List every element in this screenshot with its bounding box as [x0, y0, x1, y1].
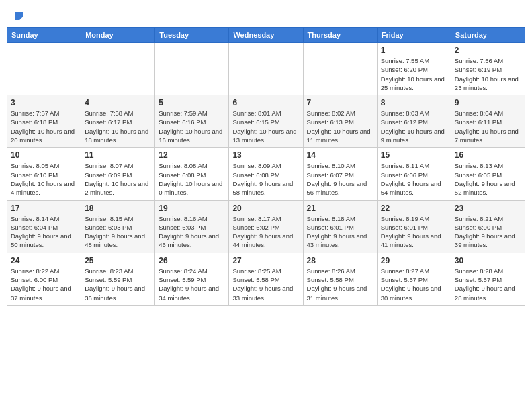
- page-header: [7, 7, 525, 23]
- day-number: 15: [381, 150, 447, 160]
- calendar-week-5: 24Sunrise: 8:22 AMSunset: 6:00 PMDayligh…: [7, 253, 525, 305]
- day-info: Sunrise: 7:55 AMSunset: 6:20 PMDaylight:…: [381, 56, 447, 92]
- day-number: 26: [159, 256, 225, 265]
- calendar-cell: 16Sunrise: 8:13 AMSunset: 6:05 PMDayligh…: [451, 148, 525, 200]
- calendar-cell: 27Sunrise: 8:25 AMSunset: 5:58 PMDayligh…: [229, 253, 303, 305]
- day-info: Sunrise: 8:17 AMSunset: 6:02 PMDaylight:…: [232, 214, 299, 250]
- calendar-cell: 13Sunrise: 8:09 AMSunset: 6:08 PMDayligh…: [229, 148, 303, 200]
- calendar-cell: [81, 43, 155, 95]
- calendar-cell: 5Sunrise: 7:59 AMSunset: 6:16 PMDaylight…: [155, 95, 229, 148]
- day-info: Sunrise: 8:11 AMSunset: 6:06 PMDaylight:…: [381, 161, 447, 197]
- day-info: Sunrise: 8:24 AMSunset: 5:59 PMDaylight:…: [159, 267, 225, 302]
- calendar-cell: [7, 43, 81, 95]
- day-number: 25: [85, 256, 151, 265]
- day-info: Sunrise: 7:59 AMSunset: 6:16 PMDaylight:…: [159, 109, 225, 144]
- day-info: Sunrise: 7:58 AMSunset: 6:17 PMDaylight:…: [85, 109, 151, 144]
- day-number: 4: [85, 98, 151, 107]
- day-number: 19: [159, 203, 225, 213]
- calendar-cell: 20Sunrise: 8:17 AMSunset: 6:02 PMDayligh…: [229, 200, 303, 253]
- day-number: 6: [232, 98, 299, 107]
- calendar-cell: 3Sunrise: 7:57 AMSunset: 6:18 PMDaylight…: [7, 95, 81, 148]
- day-number: 14: [307, 150, 373, 160]
- day-info: Sunrise: 8:05 AMSunset: 6:10 PMDaylight:…: [11, 161, 77, 197]
- calendar-week-3: 10Sunrise: 8:05 AMSunset: 6:10 PMDayligh…: [7, 148, 525, 200]
- calendar-week-2: 3Sunrise: 7:57 AMSunset: 6:18 PMDaylight…: [7, 95, 525, 148]
- day-info: Sunrise: 8:08 AMSunset: 6:08 PMDaylight:…: [159, 161, 225, 197]
- day-number: 12: [159, 150, 225, 160]
- day-header-friday: Friday: [377, 28, 451, 43]
- calendar-cell: 12Sunrise: 8:08 AMSunset: 6:08 PMDayligh…: [155, 148, 229, 200]
- day-info: Sunrise: 8:16 AMSunset: 6:03 PMDaylight:…: [159, 214, 225, 250]
- day-number: 11: [85, 150, 151, 160]
- calendar-cell: 10Sunrise: 8:05 AMSunset: 6:10 PMDayligh…: [7, 148, 81, 200]
- day-number: 29: [381, 256, 447, 265]
- day-info: Sunrise: 8:25 AMSunset: 5:58 PMDaylight:…: [232, 267, 299, 302]
- day-header-tuesday: Tuesday: [155, 28, 229, 43]
- calendar-cell: 21Sunrise: 8:18 AMSunset: 6:01 PMDayligh…: [303, 200, 377, 253]
- calendar-cell: 19Sunrise: 8:16 AMSunset: 6:03 PMDayligh…: [155, 200, 229, 253]
- calendar-table: SundayMondayTuesdayWednesdayThursdayFrid…: [7, 27, 525, 306]
- day-number: 22: [381, 203, 447, 213]
- day-number: 3: [11, 98, 77, 107]
- calendar-header-row: SundayMondayTuesdayWednesdayThursdayFrid…: [7, 28, 525, 43]
- day-info: Sunrise: 8:01 AMSunset: 6:15 PMDaylight:…: [232, 109, 299, 144]
- day-info: Sunrise: 8:26 AMSunset: 5:58 PMDaylight:…: [307, 267, 373, 302]
- day-header-sunday: Sunday: [7, 28, 81, 43]
- day-info: Sunrise: 8:22 AMSunset: 6:00 PMDaylight:…: [11, 267, 77, 302]
- calendar-cell: 1Sunrise: 7:55 AMSunset: 6:20 PMDaylight…: [377, 43, 451, 95]
- day-info: Sunrise: 8:09 AMSunset: 6:08 PMDaylight:…: [232, 161, 299, 197]
- day-number: 30: [455, 256, 521, 265]
- day-number: 20: [232, 203, 299, 213]
- day-number: 2: [455, 46, 521, 55]
- day-info: Sunrise: 8:13 AMSunset: 6:05 PMDaylight:…: [455, 161, 521, 197]
- day-number: 8: [381, 98, 447, 107]
- calendar-cell: [303, 43, 377, 95]
- day-number: 5: [159, 98, 225, 107]
- calendar-cell: 9Sunrise: 8:04 AMSunset: 6:11 PMDaylight…: [451, 95, 525, 148]
- calendar-cell: 24Sunrise: 8:22 AMSunset: 6:00 PMDayligh…: [7, 253, 81, 305]
- day-info: Sunrise: 8:15 AMSunset: 6:03 PMDaylight:…: [85, 214, 151, 250]
- day-info: Sunrise: 8:21 AMSunset: 6:00 PMDaylight:…: [455, 214, 521, 250]
- calendar-cell: 25Sunrise: 8:23 AMSunset: 5:59 PMDayligh…: [81, 253, 155, 305]
- day-number: 24: [11, 256, 77, 265]
- calendar-week-1: 1Sunrise: 7:55 AMSunset: 6:20 PMDaylight…: [7, 43, 525, 95]
- day-number: 10: [11, 150, 77, 160]
- day-number: 27: [232, 256, 299, 265]
- logo-icon: [15, 12, 23, 20]
- day-info: Sunrise: 8:18 AMSunset: 6:01 PMDaylight:…: [307, 214, 373, 250]
- calendar-cell: 28Sunrise: 8:26 AMSunset: 5:58 PMDayligh…: [303, 253, 377, 305]
- day-info: Sunrise: 8:02 AMSunset: 6:13 PMDaylight:…: [307, 109, 373, 144]
- day-number: 9: [455, 98, 521, 107]
- day-info: Sunrise: 7:57 AMSunset: 6:18 PMDaylight:…: [11, 109, 77, 144]
- day-info: Sunrise: 8:23 AMSunset: 5:59 PMDaylight:…: [85, 267, 151, 302]
- calendar-week-4: 17Sunrise: 8:14 AMSunset: 6:04 PMDayligh…: [7, 200, 525, 253]
- calendar-cell: 23Sunrise: 8:21 AMSunset: 6:00 PMDayligh…: [451, 200, 525, 253]
- calendar-cell: [155, 43, 229, 95]
- day-info: Sunrise: 8:28 AMSunset: 5:57 PMDaylight:…: [455, 267, 521, 302]
- calendar-cell: 18Sunrise: 8:15 AMSunset: 6:03 PMDayligh…: [81, 200, 155, 253]
- calendar-cell: 8Sunrise: 8:03 AMSunset: 6:12 PMDaylight…: [377, 95, 451, 148]
- day-info: Sunrise: 8:03 AMSunset: 6:12 PMDaylight:…: [381, 109, 447, 144]
- day-header-wednesday: Wednesday: [229, 28, 303, 43]
- day-number: 16: [455, 150, 521, 160]
- calendar-cell: [229, 43, 303, 95]
- calendar-cell: 11Sunrise: 8:07 AMSunset: 6:09 PMDayligh…: [81, 148, 155, 200]
- day-info: Sunrise: 8:04 AMSunset: 6:11 PMDaylight:…: [455, 109, 521, 144]
- day-number: 21: [307, 203, 373, 213]
- day-number: 23: [455, 203, 521, 213]
- calendar-cell: 7Sunrise: 8:02 AMSunset: 6:13 PMDaylight…: [303, 95, 377, 148]
- calendar-cell: 14Sunrise: 8:10 AMSunset: 6:07 PMDayligh…: [303, 148, 377, 200]
- calendar-cell: 2Sunrise: 7:56 AMSunset: 6:19 PMDaylight…: [451, 43, 525, 95]
- day-number: 1: [381, 46, 447, 55]
- calendar-cell: 6Sunrise: 8:01 AMSunset: 6:15 PMDaylight…: [229, 95, 303, 148]
- calendar-cell: 15Sunrise: 8:11 AMSunset: 6:06 PMDayligh…: [377, 148, 451, 200]
- calendar-cell: 4Sunrise: 7:58 AMSunset: 6:17 PMDaylight…: [81, 95, 155, 148]
- calendar-cell: 22Sunrise: 8:19 AMSunset: 6:01 PMDayligh…: [377, 200, 451, 253]
- day-number: 28: [307, 256, 373, 265]
- day-number: 18: [85, 203, 151, 213]
- calendar-cell: 29Sunrise: 8:27 AMSunset: 5:57 PMDayligh…: [377, 253, 451, 305]
- day-info: Sunrise: 8:10 AMSunset: 6:07 PMDaylight:…: [307, 161, 373, 197]
- calendar-cell: 17Sunrise: 8:14 AMSunset: 6:04 PMDayligh…: [7, 200, 81, 253]
- day-header-saturday: Saturday: [451, 28, 525, 43]
- day-header-monday: Monday: [81, 28, 155, 43]
